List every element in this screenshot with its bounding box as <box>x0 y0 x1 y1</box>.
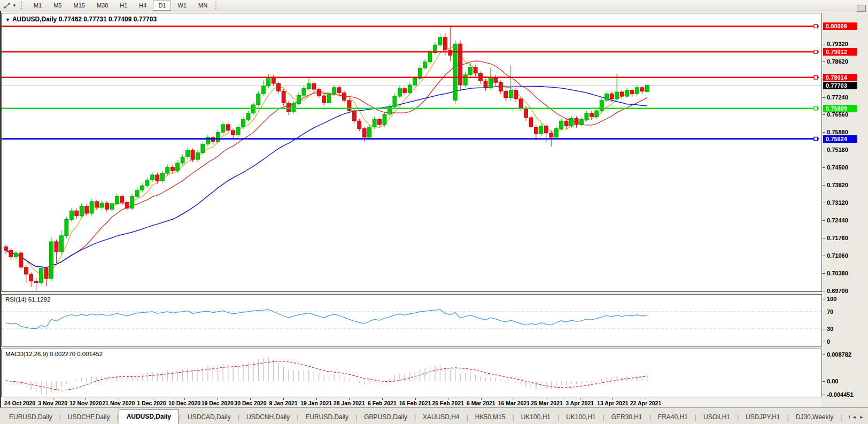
hline-price-badge: 0.76809 <box>823 105 857 112</box>
line-tools-icon[interactable] <box>2 2 12 10</box>
price-axis-label: 0.77940 <box>827 76 848 83</box>
price-axis-label: 0.71760 <box>827 235 848 242</box>
price-axis-label: 0.78620 <box>827 58 848 65</box>
tab-audusd-daily[interactable]: AUDUSD,Daily <box>119 410 179 424</box>
tab-fra40-h1[interactable]: FRA40,H1 <box>651 411 695 424</box>
rsi-canvas[interactable] <box>2 295 821 346</box>
price-axis-tick <box>823 256 825 256</box>
rsi-indicator-name: RSI(14) <box>5 296 27 303</box>
price-axis-tick <box>823 132 825 133</box>
tab-usdchf-daily[interactable]: USDCHF,Daily <box>61 411 117 424</box>
toolbar-grip-right[interactable] <box>215 2 218 9</box>
tab-eurusd-daily[interactable]: EURUSD,Daily <box>298 411 355 424</box>
time-axis-label: 16 Mar 2021 <box>498 400 530 406</box>
hline-price-badge: 0.79012 <box>823 48 857 56</box>
rsi-label: RSI(14) 61.1292 <box>5 296 50 303</box>
tab-china300-h1[interactable]: CHINA300,H1 <box>842 411 850 424</box>
price-axis-tick <box>823 97 825 98</box>
chart-ohlc-values: 0.77462 0.77731 0.77409 0.77703 <box>59 16 157 23</box>
tab-scroll-arrows: ◄ ► <box>850 415 866 424</box>
price-axis-tick <box>823 61 825 62</box>
timeframe-button-m15[interactable]: M15 <box>68 1 90 11</box>
price-chart-canvas[interactable] <box>2 13 821 291</box>
rsi-indicator-value: 61.1292 <box>28 296 51 303</box>
timeframe-button-h1[interactable]: H1 <box>114 1 133 11</box>
price-axis-label: 0.79320 <box>827 41 848 48</box>
rsi-axis-tick <box>823 342 825 342</box>
price-axis-tick <box>823 150 825 150</box>
macd-axis-tick <box>823 395 825 395</box>
price-axis-label: 0.77240 <box>827 94 848 101</box>
macd-label: MACD(12,26,9) 0.002270 0.001452 <box>5 351 103 357</box>
symbol-tabs: EURUSD,Daily|USDCHF,Daily|AUDUSD,Daily|U… <box>2 410 850 424</box>
tab-usdjpy-h1[interactable]: USDJPY,H1 <box>739 411 787 424</box>
price-axis-tick <box>823 185 825 186</box>
tab-eurusd-daily[interactable]: EURUSD,Daily <box>2 411 59 424</box>
tab-hk50-m15[interactable]: HK50,M15 <box>468 411 513 424</box>
tab-uk100-h1[interactable]: UK100,H1 <box>559 411 602 424</box>
tab-xauusd-h4[interactable]: XAUUSD,H4 <box>416 411 467 424</box>
time-axis-label: 24 Oct 2020 <box>4 400 35 406</box>
timeframe-button-h4[interactable]: H4 <box>134 1 152 11</box>
timeframe-button-m30[interactable]: M30 <box>91 1 113 11</box>
rsi-axis-label: 30 <box>827 326 833 333</box>
time-axis-label: 22 Apr 2021 <box>630 400 662 406</box>
price-axis-tick <box>823 291 825 291</box>
price-axis-tick <box>823 203 825 203</box>
timeframe-button-d1[interactable]: D1 <box>153 1 171 11</box>
time-axis-label: 1 Dec 2020 <box>137 400 166 406</box>
timeframe-buttons: M1M5M15M30H1H4D1W1MN <box>28 1 213 11</box>
macd-canvas[interactable] <box>2 349 821 397</box>
tab-usoil-h1[interactable]: USOil,H1 <box>696 411 737 424</box>
hline-price-badge: 0.78014 <box>823 74 857 81</box>
macd-axis-label: 0.008782 <box>827 351 851 358</box>
price-axis-tick <box>823 238 825 238</box>
current-price-badge: 0.77703 <box>823 82 857 89</box>
time-axis-label: 3 Apr 2021 <box>565 400 594 406</box>
price-axis-label: 0.69700 <box>827 288 848 295</box>
line-tools-caret-icon[interactable]: ▼ <box>12 3 19 8</box>
time-axis-label: 19 Dec 2020 <box>201 400 234 406</box>
symbol-tab-bar: EURUSD,Daily|USDCHF,Daily|AUDUSD,Daily|U… <box>0 407 868 424</box>
chart-title: ▼AUDUSD,Daily 0.77462 0.77731 0.77409 0.… <box>5 16 157 23</box>
time-axis-label: 3 Nov 2020 <box>38 400 67 406</box>
tabs-scroll-left-icon[interactable]: ◄ <box>852 415 856 420</box>
chart-corner-button[interactable] <box>857 5 866 12</box>
price-axis-tick <box>823 273 825 274</box>
macd-axis-tick <box>823 381 825 382</box>
tab-usdcnh-daily[interactable]: USDCNH,Daily <box>239 411 297 424</box>
time-axis-label: 25 Mar 2021 <box>531 400 563 406</box>
tab-ger30-h1[interactable]: GER30,H1 <box>604 411 649 424</box>
timeframe-button-mn[interactable]: MN <box>193 1 213 11</box>
rsi-axis-label: 70 <box>827 309 833 315</box>
rsi-pane[interactable]: RSI(14) 61.1292 <box>1 294 822 346</box>
toolbar-grip[interactable] <box>21 2 24 9</box>
time-axis-label: 13 Apr 2021 <box>597 400 629 406</box>
chart-symbol-label: AUDUSD,Daily <box>12 16 57 23</box>
tabs-scroll-right-icon[interactable]: ► <box>859 415 864 420</box>
rsi-axis-tick <box>823 299 825 299</box>
price-axis-label: 0.75180 <box>827 147 848 153</box>
timeframe-button-w1[interactable]: W1 <box>172 1 192 11</box>
macd-indicator-name: MACD(12,26,9) <box>5 351 48 357</box>
price-chart-pane[interactable]: ▼AUDUSD,Daily 0.77462 0.77731 0.77409 0.… <box>1 13 822 292</box>
timeframe-button-m1[interactable]: M1 <box>28 1 47 11</box>
collapse-arrow-icon[interactable]: ▼ <box>5 17 12 22</box>
hline-price-badge: 0.80009 <box>823 22 857 30</box>
top-toolbar: ▼ M1M5M15M30H1H4D1W1MN <box>0 0 868 11</box>
price-axis-label: 0.70380 <box>827 270 848 277</box>
time-axis-label: 21 Nov 2020 <box>103 400 135 406</box>
price-axis-tick <box>823 44 825 44</box>
tab-usdcad-daily[interactable]: USDCAD,Daily <box>181 411 238 424</box>
time-axis[interactable]: 24 Oct 20203 Nov 202012 Nov 202021 Nov 2… <box>1 398 822 407</box>
rsi-axis-tick <box>823 312 825 312</box>
price-axis-tick <box>823 114 825 115</box>
time-axis-label: 6 Feb 2021 <box>368 400 397 406</box>
price-axis-tick <box>823 167 825 168</box>
macd-pane[interactable]: MACD(12,26,9) 0.002270 0.001452 <box>1 349 822 397</box>
timeframe-button-m5[interactable]: M5 <box>48 1 67 11</box>
tab-dj30-weekly[interactable]: DJ30,Weekly <box>789 411 840 424</box>
tab-uk100-h1[interactable]: UK100,H1 <box>514 411 557 424</box>
tab-gbpusd-daily[interactable]: GBPUSD,Daily <box>357 411 414 424</box>
price-axis-label: 0.71060 <box>827 252 848 259</box>
